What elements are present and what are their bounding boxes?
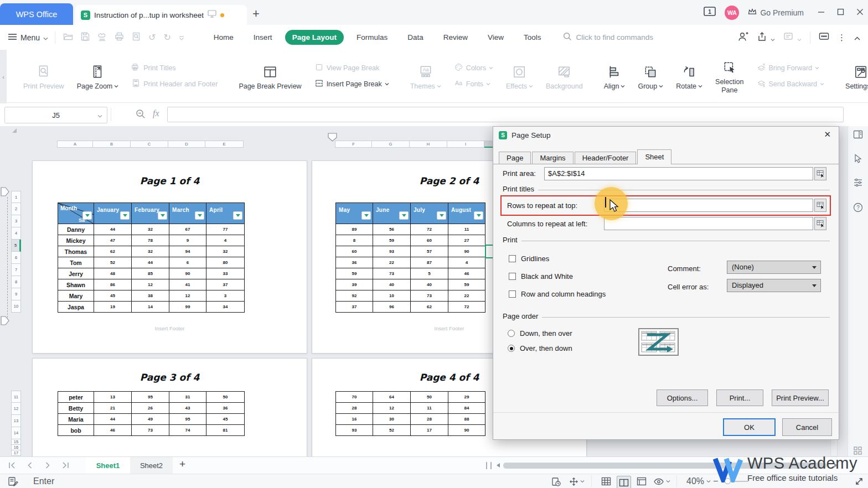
row-header-14[interactable]: 14 <box>11 427 21 439</box>
ribbon-page-zoom[interactable]: Page Zoom <box>73 63 123 90</box>
row-header-8[interactable]: 8 <box>11 276 21 288</box>
split-handle[interactable] <box>486 462 492 469</box>
print-area-handle-icon[interactable] <box>1 187 9 196</box>
ribbon-selection-pane[interactable]: Selection Pane <box>711 58 748 94</box>
zoom-out-icon[interactable] <box>136 109 146 121</box>
insert-footer-hint[interactable]: Insert Footer <box>33 325 307 331</box>
column-header-f[interactable]: F <box>335 141 372 148</box>
print-button[interactable]: Print... <box>716 390 763 406</box>
print-preview-button[interactable]: Print Preview... <box>772 390 829 406</box>
window-switch-badge[interactable]: 1 <box>703 6 716 19</box>
tab-page-layout[interactable]: Page Layout <box>285 30 344 45</box>
radio-over-then-down[interactable]: Over, then down <box>508 344 572 352</box>
name-box[interactable]: J5 <box>4 107 107 123</box>
row-header-13[interactable]: 13 <box>11 415 21 427</box>
comment-icon[interactable] <box>819 32 829 43</box>
cell-error-dropdown[interactable]: Displayed <box>727 279 821 292</box>
cursor-select-icon[interactable] <box>853 154 862 166</box>
dialog-tab-page[interactable]: Page <box>499 152 531 164</box>
ribbon-settings[interactable]: Settings <box>841 63 868 90</box>
row-header-17[interactable]: 17 <box>11 450 21 456</box>
app-home-tab[interactable]: WPS Office <box>0 3 73 25</box>
command-search[interactable]: Click to find commands <box>563 32 654 43</box>
filter-button[interactable] <box>233 211 242 220</box>
new-tab-icon[interactable]: + <box>252 7 260 21</box>
options-button[interactable]: Options... <box>657 390 708 406</box>
sheet-nav-next-icon[interactable] <box>43 461 52 472</box>
tab-insert[interactable]: Insert <box>246 30 280 45</box>
row-header-6[interactable]: 6 <box>11 252 21 264</box>
column-header-b[interactable]: B <box>93 141 131 148</box>
macro-record-icon[interactable] <box>8 474 18 488</box>
dialog-titlebar[interactable]: S Page Setup ✕ <box>493 127 839 143</box>
print-preview-small-icon[interactable] <box>132 32 141 43</box>
radio-down-then-over[interactable]: Down, then over <box>508 329 572 338</box>
undo-icon[interactable]: ↺ <box>148 33 156 42</box>
tab-home[interactable]: Home <box>206 30 241 45</box>
select-all-corner[interactable] <box>12 128 17 133</box>
comment-dropdown[interactable]: (None) <box>727 261 821 274</box>
ribbon-align[interactable]: Align <box>600 63 630 90</box>
checkbox-black-and-white[interactable]: Black and White <box>509 272 573 281</box>
dialog-tab-sheet[interactable]: Sheet <box>637 149 671 164</box>
rows-repeat-range-button[interactable] <box>814 199 826 212</box>
share-icon[interactable] <box>757 32 775 44</box>
ribbon-group[interactable]: Group <box>633 63 668 90</box>
ribbon-rotate[interactable]: Rotate <box>671 63 707 90</box>
row-header-10[interactable]: 10 <box>11 300 21 313</box>
minimize-icon[interactable] <box>818 8 825 18</box>
print-area-range-button[interactable] <box>814 167 826 180</box>
view-page-layout-icon[interactable] <box>637 474 647 488</box>
qat-more-icon[interactable] <box>179 33 184 43</box>
open-file-icon[interactable] <box>63 32 73 43</box>
ribbon-page-break-preview[interactable]: Page Break Preview <box>234 63 306 90</box>
column-header-c[interactable]: C <box>131 141 168 148</box>
close-icon[interactable]: ✕ <box>824 129 831 139</box>
filter-button[interactable] <box>474 211 483 220</box>
column-header-g[interactable]: G <box>372 141 410 148</box>
print-area-field[interactable]: $A$2:$I$14 <box>544 167 813 180</box>
zoom-level[interactable]: 40% <box>686 474 711 488</box>
save-icon[interactable] <box>81 32 90 43</box>
document-tab[interactable]: S Instruction of p...tup in worksheet <box>75 5 247 25</box>
column-header-i[interactable]: I <box>447 141 484 148</box>
view-reading-icon[interactable] <box>653 474 670 488</box>
checkbox-row-and-column-headings[interactable]: Row and column headings <box>509 290 606 298</box>
help-icon[interactable]: ? <box>853 203 863 215</box>
cols-repeat-field[interactable] <box>604 217 813 230</box>
move-tool-icon[interactable] <box>569 474 585 488</box>
tab-view[interactable]: View <box>480 30 511 45</box>
filter-button[interactable] <box>399 211 409 220</box>
tab-tools[interactable]: Tools <box>516 30 549 45</box>
filter-button[interactable] <box>158 211 167 220</box>
tab-formulas[interactable]: Formulas <box>349 30 395 45</box>
add-user-icon[interactable] <box>737 32 748 44</box>
avatar[interactable]: WA <box>725 6 739 20</box>
row-header-2[interactable]: 2 <box>11 203 21 215</box>
sheet-nav-last-icon[interactable] <box>61 461 70 472</box>
row-header-15[interactable]: 15 <box>11 439 21 445</box>
cancel-button[interactable]: Cancel <box>782 418 832 436</box>
add-sheet-icon[interactable]: + <box>179 458 185 470</box>
dialog-tab-header-footer[interactable]: Header/Footer <box>575 152 637 164</box>
checkbox-gridlines[interactable]: Gridlines <box>509 255 549 263</box>
row-header-11[interactable]: 11 <box>11 391 21 403</box>
task-pane-icon[interactable] <box>853 129 863 142</box>
more-options-icon[interactable]: ⋮ <box>838 33 846 43</box>
row-header-1[interactable]: 1 <box>11 191 21 203</box>
redo-icon[interactable]: ↻ <box>163 33 170 42</box>
column-header-e[interactable]: E <box>205 141 244 148</box>
row-header-9[interactable]: 9 <box>11 288 21 300</box>
tab-data[interactable]: Data <box>400 30 431 45</box>
print-area-handle-icon[interactable] <box>1 316 9 325</box>
filter-button[interactable] <box>361 211 371 220</box>
ok-button[interactable]: OK <box>723 418 776 436</box>
fx-icon[interactable]: fx <box>153 108 159 118</box>
style-tag-icon[interactable] <box>783 32 802 44</box>
filter-button[interactable] <box>195 211 204 220</box>
row-header-16[interactable]: 16 <box>11 445 21 450</box>
column-header-a[interactable]: A <box>57 141 93 148</box>
print-area-handle-icon[interactable] <box>328 133 337 142</box>
history-icon[interactable] <box>551 474 561 488</box>
row-header-12[interactable]: 12 <box>11 403 21 415</box>
